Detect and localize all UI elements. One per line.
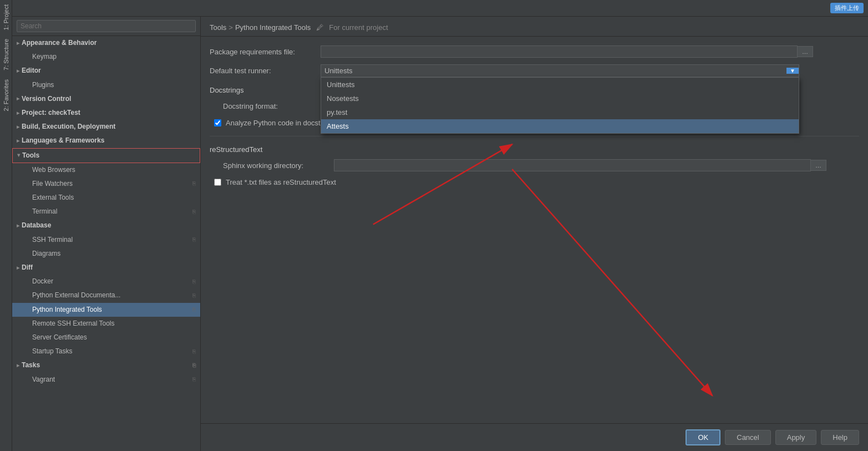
analyze-checkbox[interactable] bbox=[214, 119, 221, 126]
sphinx-dir-label: Sphinx working directory: bbox=[223, 161, 334, 170]
sidebar-item-remote-ssh[interactable]: Remote SSH External Tools bbox=[12, 317, 200, 331]
package-req-input[interactable] bbox=[321, 45, 798, 58]
chevron-right-icon-build: ▸ bbox=[17, 123, 19, 131]
copy-icon-vagrant: ⎘ bbox=[192, 375, 196, 384]
breadcrumb-pit: Python Integrated Tools bbox=[235, 23, 311, 32]
sidebar-item-web-browsers[interactable]: Web Browsers bbox=[12, 163, 200, 177]
chevron-right-icon-vc: ▸ bbox=[17, 94, 19, 103]
search-box bbox=[12, 17, 200, 36]
restructuredtext-section-title: reStructuredText bbox=[210, 145, 859, 154]
test-runner-label: Default test runner: bbox=[210, 67, 321, 75]
sidebar-item-vagrant[interactable]: Vagrant ⎘ bbox=[12, 373, 200, 387]
ok-button[interactable]: OK bbox=[686, 429, 720, 445]
sidebar-item-server-certificates[interactable]: Server Certificates bbox=[12, 331, 200, 344]
copy-icon-fw: ⎘ bbox=[192, 179, 196, 188]
sphinx-dir-row: Sphinx working directory: … bbox=[210, 159, 859, 171]
help-button[interactable]: Help bbox=[821, 430, 859, 445]
dialog-body: ▸ Appearance & Behavior Keymap ▸ Editor … bbox=[12, 17, 868, 451]
sidebar-item-editor[interactable]: ▸ Editor bbox=[12, 64, 200, 78]
sidebar-item-ssh-terminal[interactable]: SSH Terminal ⎘ bbox=[12, 233, 200, 247]
search-input[interactable] bbox=[17, 20, 196, 32]
test-runner-dropdown-list: Unittests Nosetests py.test Attests bbox=[321, 77, 799, 134]
sphinx-dir-input[interactable] bbox=[334, 159, 811, 171]
package-req-row: Package requirements file: … bbox=[210, 45, 859, 58]
vtab-favorites[interactable]: 2: Favorites bbox=[1, 75, 11, 115]
copy-icon-pyextdoc: ⎘ bbox=[192, 291, 196, 300]
sidebar-item-startup-tasks[interactable]: Startup Tasks ⎘ bbox=[12, 344, 200, 358]
treat-txt-checkbox-row: Treat *.txt files as reStructuredText bbox=[210, 178, 859, 186]
chevron-right-icon: ▸ bbox=[17, 39, 19, 48]
sidebar-item-external-tools[interactable]: External Tools bbox=[12, 191, 200, 205]
breadcrumb-tools: Tools bbox=[210, 23, 226, 32]
test-runner-value: Unittests bbox=[324, 67, 353, 75]
panel-content: Package requirements file: … Default tes… bbox=[201, 37, 868, 423]
copy-icon-ssh: ⎘ bbox=[192, 235, 196, 244]
chevron-right-icon-lang: ▸ bbox=[17, 136, 19, 145]
settings-sidebar: ▸ Appearance & Behavior Keymap ▸ Editor … bbox=[12, 17, 201, 451]
svg-line-2 bbox=[512, 169, 712, 396]
package-req-label: Package requirements file: bbox=[210, 48, 321, 56]
sidebar-item-tools[interactable]: ▾ Tools bbox=[12, 148, 200, 163]
apply-button[interactable]: Apply bbox=[775, 430, 817, 445]
sidebar-item-diff[interactable]: ▸ Diff bbox=[12, 261, 200, 275]
sphinx-dir-browse-btn[interactable]: … bbox=[811, 160, 826, 171]
sidebar-item-version-control[interactable]: ▸ Version Control bbox=[12, 92, 200, 106]
chevron-right-icon-db: ▸ bbox=[17, 221, 19, 230]
chevron-right-icon-tasks: ▸ bbox=[17, 361, 19, 370]
breadcrumb-note: For current project bbox=[329, 23, 388, 32]
main-panel: Tools > Python Integrated Tools 🖉 For cu… bbox=[201, 17, 868, 451]
dropdown-option-pytest[interactable]: py.test bbox=[321, 105, 799, 119]
analyze-label[interactable]: Analyze Python code in docstrings bbox=[226, 119, 336, 127]
sidebar-item-file-watchers[interactable]: File Watchers ⎘ bbox=[12, 177, 200, 191]
sidebar-item-diagrams[interactable]: Diagrams bbox=[12, 247, 200, 261]
chevron-right-icon-editor: ▸ bbox=[17, 67, 19, 75]
cancel-button[interactable]: Cancel bbox=[725, 430, 770, 445]
dropdown-option-unittests[interactable]: Unittests bbox=[321, 78, 799, 92]
docstring-format-label: Docstring format: bbox=[223, 102, 334, 110]
chevron-right-icon-proj: ▸ bbox=[17, 109, 19, 118]
treat-txt-label[interactable]: Treat *.txt files as reStructuredText bbox=[226, 178, 336, 186]
test-runner-row: Default test runner: Unittests ▼ Unittes… bbox=[210, 64, 859, 77]
copy-icon-docker: ⎘ bbox=[192, 277, 196, 286]
chevron-right-icon-diff: ▸ bbox=[17, 263, 19, 272]
copy-icon-pit: ⎘ bbox=[192, 305, 196, 314]
sidebar-item-languages[interactable]: ▸ Languages & Frameworks bbox=[12, 134, 200, 148]
package-req-browse-btn[interactable]: … bbox=[798, 46, 813, 57]
sidebar-item-python-integrated-tools[interactable]: Python Integrated Tools ⎘ bbox=[12, 303, 200, 317]
sidebar-item-plugins[interactable]: Plugins bbox=[12, 78, 200, 92]
section-divider bbox=[210, 136, 859, 136]
test-runner-dropdown-container: Unittests ▼ Unittests Nosetests py.test … bbox=[321, 64, 799, 77]
sidebar-item-terminal[interactable]: Terminal ⎘ bbox=[12, 205, 200, 219]
top-bar: 插件上传 bbox=[12, 0, 868, 17]
vertical-tabs: 1: Project 7: Structure 2: Favorites bbox=[0, 0, 12, 451]
sidebar-item-keymap[interactable]: Keymap bbox=[12, 50, 200, 64]
sidebar-item-docker[interactable]: Docker ⎘ bbox=[12, 275, 200, 288]
vtab-project[interactable]: 1: Project bbox=[1, 0, 11, 34]
sidebar-item-appearance[interactable]: ▸ Appearance & Behavior bbox=[12, 36, 200, 50]
test-runner-dropdown[interactable]: Unittests ▼ bbox=[321, 64, 799, 77]
main-container: 插件上传 ▸ Appearance & Behavior Keymap ▸ Ed… bbox=[12, 0, 868, 451]
copy-icon-tasks: ⎘ bbox=[192, 361, 196, 370]
chevron-down-icon-tools: ▾ bbox=[17, 151, 20, 160]
dropdown-arrow-icon: ▼ bbox=[786, 68, 799, 74]
copy-icon-startup: ⎘ bbox=[192, 347, 196, 356]
treat-txt-checkbox[interactable] bbox=[214, 179, 221, 186]
breadcrumb-sep: > bbox=[229, 23, 233, 32]
panel-header: Tools > Python Integrated Tools 🖉 For cu… bbox=[201, 17, 868, 37]
dropdown-option-nosetests[interactable]: Nosetests bbox=[321, 92, 799, 105]
dialog-footer: OK Cancel Apply Help bbox=[201, 423, 868, 451]
vtab-structure[interactable]: 7: Structure bbox=[1, 34, 11, 75]
sidebar-item-tasks[interactable]: ▸ Tasks ⎘ bbox=[12, 358, 200, 372]
upload-badge[interactable]: 插件上传 bbox=[830, 3, 864, 13]
dropdown-option-attests[interactable]: Attests bbox=[321, 119, 799, 133]
sidebar-item-database[interactable]: ▸ Database bbox=[12, 219, 200, 232]
sidebar-item-build[interactable]: ▸ Build, Execution, Deployment bbox=[12, 120, 200, 134]
copy-icon-term: ⎘ bbox=[192, 207, 196, 216]
breadcrumb-icon: 🖉 bbox=[316, 23, 323, 32]
sidebar-item-project[interactable]: ▸ Project: checkTest bbox=[12, 106, 200, 120]
sidebar-item-python-ext-doc[interactable]: Python External Documenta... ⎘ bbox=[12, 288, 200, 302]
